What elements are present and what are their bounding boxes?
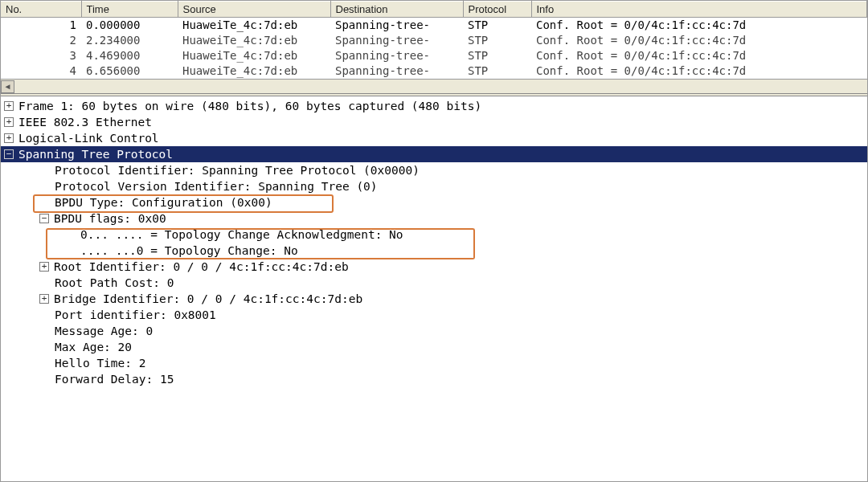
tree-item-llc[interactable]: + Logical-Link Control (1, 130, 867, 146)
collapse-icon[interactable]: − (39, 214, 49, 223)
tree-label: Forward Delay: 15 (55, 371, 174, 387)
cell-time: 0.000000 (81, 18, 178, 34)
tree-item-forward-delay[interactable]: Forward Delay: 15 (1, 371, 867, 387)
tree-label: 0... .... = Topology Change Acknowledgme… (80, 227, 403, 243)
cell-destination: Spanning-tree- (330, 33, 463, 48)
tree-item-root-path-cost[interactable]: Root Path Cost: 0 (1, 275, 867, 291)
cell-info: Conf. Root = 0/0/4c:1f:cc:4c:7d (531, 33, 867, 48)
cell-no: 3 (1, 48, 81, 63)
tree-item-flag-tc[interactable]: .... ...0 = Topology Change: No (1, 243, 867, 259)
tree-item-ieee-8023[interactable]: + IEEE 802.3 Ethernet (1, 114, 867, 130)
expand-icon[interactable]: + (39, 262, 49, 272)
packet-row[interactable]: 4 6.656000 HuaweiTe_4c:7d:eb Spanning-tr… (1, 63, 867, 79)
tree-item-flag-tca[interactable]: 0... .... = Topology Change Acknowledgme… (1, 227, 867, 243)
packet-list-hscrollbar[interactable]: ◄ (1, 79, 867, 93)
col-header-info[interactable]: Info (531, 2, 867, 18)
tree-item-bridge-identifier[interactable]: + Bridge Identifier: 0 / 0 / 4c:1f:cc:4c… (1, 291, 867, 307)
cell-no: 4 (1, 63, 81, 79)
tree-item-bpdu-flags[interactable]: − BPDU flags: 0x00 (1, 210, 867, 227)
cell-info: Conf. Root = 0/0/4c:1f:cc:4c:7d (531, 48, 867, 63)
expand-icon[interactable]: + (39, 294, 49, 304)
packet-table: No. Time Source Destination Protocol Inf… (1, 1, 867, 79)
cell-time: 2.234000 (81, 33, 178, 48)
tree-label: .... ...0 = Topology Change: No (80, 243, 298, 259)
tree-label: Frame 1: 60 bytes on wire (480 bits), 60… (18, 98, 481, 114)
cell-source: HuaweiTe_4c:7d:eb (178, 18, 330, 34)
cell-destination: Spanning-tree- (330, 18, 463, 34)
packet-row[interactable]: 2 2.234000 HuaweiTe_4c:7d:eb Spanning-tr… (1, 33, 867, 48)
tree-label: Protocol Version Identifier: Spanning Tr… (55, 178, 378, 194)
cell-protocol: STP (463, 48, 531, 63)
cell-protocol: STP (463, 18, 531, 34)
tree-item-message-age[interactable]: Message Age: 0 (1, 323, 867, 339)
cell-time: 4.469000 (81, 48, 178, 63)
expand-icon[interactable]: + (4, 133, 14, 143)
packet-list-pane: No. Time Source Destination Protocol Inf… (1, 1, 867, 93)
packet-row[interactable]: 3 4.469000 HuaweiTe_4c:7d:eb Spanning-tr… (1, 48, 867, 63)
tree-label: Protocol Identifier: Spanning Tree Proto… (55, 162, 420, 178)
tree-item-protocol-version[interactable]: Protocol Version Identifier: Spanning Tr… (1, 178, 867, 194)
cell-time: 6.656000 (81, 63, 178, 79)
scroll-left-icon[interactable]: ◄ (1, 80, 14, 93)
cell-no: 2 (1, 33, 81, 48)
tree-item-max-age[interactable]: Max Age: 20 (1, 339, 867, 355)
tree-label: Max Age: 20 (55, 339, 132, 355)
tree-label: Bridge Identifier: 0 / 0 / 4c:1f:cc:4c:7… (54, 291, 362, 307)
tree-label: Logical-Link Control (18, 130, 159, 146)
packet-details-pane: + Frame 1: 60 bytes on wire (480 bits), … (1, 96, 867, 481)
cell-info: Conf. Root = 0/0/4c:1f:cc:4c:7d (531, 18, 867, 34)
cell-no: 1 (1, 18, 81, 34)
tree-item-protocol-identifier[interactable]: Protocol Identifier: Spanning Tree Proto… (1, 162, 867, 178)
cell-destination: Spanning-tree- (330, 48, 463, 63)
tree-item-stp[interactable]: − Spanning Tree Protocol (1, 146, 867, 162)
cell-protocol: STP (463, 63, 531, 79)
col-header-protocol[interactable]: Protocol (463, 2, 531, 18)
col-header-destination[interactable]: Destination (330, 2, 463, 18)
cell-protocol: STP (463, 33, 531, 48)
tree-label: Port identifier: 0x8001 (55, 307, 216, 323)
tree-label: Message Age: 0 (55, 323, 153, 339)
col-header-no[interactable]: No. (1, 2, 81, 18)
tree-label: Root Path Cost: 0 (55, 275, 174, 291)
tree-item-hello-time[interactable]: Hello Time: 2 (1, 355, 867, 371)
tree-label: Hello Time: 2 (55, 355, 146, 371)
tree-item-port-identifier[interactable]: Port identifier: 0x8001 (1, 307, 867, 323)
tree-item-root-identifier[interactable]: + Root Identifier: 0 / 0 / 4c:1f:cc:4c:7… (1, 259, 867, 275)
tree-item-frame[interactable]: + Frame 1: 60 bytes on wire (480 bits), … (1, 98, 867, 114)
table-header-row: No. Time Source Destination Protocol Inf… (1, 2, 867, 18)
packet-row[interactable]: 1 0.000000 HuaweiTe_4c:7d:eb Spanning-tr… (1, 18, 867, 34)
wireshark-window: No. Time Source Destination Protocol Inf… (0, 0, 868, 482)
tree-label: BPDU flags: 0x00 (54, 210, 166, 227)
expand-icon[interactable]: + (4, 101, 14, 111)
tree-label: IEEE 802.3 Ethernet (18, 114, 152, 130)
cell-source: HuaweiTe_4c:7d:eb (178, 48, 330, 63)
expand-icon[interactable]: + (4, 117, 14, 127)
tree-label: BPDU Type: Configuration (0x00) (55, 194, 272, 210)
tree-label: Root Identifier: 0 / 0 / 4c:1f:cc:4c:7d:… (54, 259, 349, 275)
collapse-icon[interactable]: − (4, 149, 14, 159)
col-header-time[interactable]: Time (81, 2, 178, 18)
cell-source: HuaweiTe_4c:7d:eb (178, 33, 330, 48)
cell-destination: Spanning-tree- (330, 63, 463, 79)
cell-info: Conf. Root = 0/0/4c:1f:cc:4c:7d (531, 63, 867, 79)
tree-item-bpdu-type[interactable]: BPDU Type: Configuration (0x00) (1, 194, 867, 210)
col-header-source[interactable]: Source (178, 2, 330, 18)
tree-label: Spanning Tree Protocol (18, 146, 173, 162)
cell-source: HuaweiTe_4c:7d:eb (178, 63, 330, 79)
